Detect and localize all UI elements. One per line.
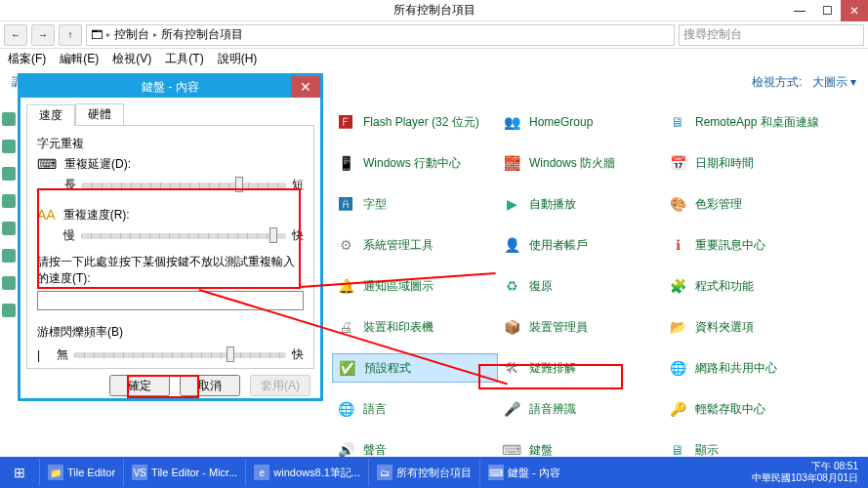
cp-icon: ♻	[502, 276, 521, 296]
cp-item[interactable]: ⚙系統管理工具	[332, 230, 498, 260]
cp-icon: 📅	[668, 153, 687, 173]
cp-label: 顯示	[695, 442, 719, 459]
cp-item[interactable]: 👥HomeGroup	[498, 107, 664, 137]
control-panel-grid: 🅵Flash Player (32 位元)👥HomeGroup🖥RemoteAp…	[332, 107, 830, 465]
cp-icon: 📱	[336, 153, 355, 173]
menu-view[interactable]: 檢視(V)	[112, 51, 151, 67]
keyboard-properties-dialog: 鍵盤 - 內容 ✕ 速度 硬體 字元重複 ⌨ 重複延遲(D): 長 短	[18, 73, 323, 401]
cp-label: Windows 行動中心	[363, 155, 461, 172]
cp-label: Windows 防火牆	[529, 155, 615, 172]
cp-icon: 🧩	[668, 276, 687, 296]
cp-item[interactable]: 📦裝置管理員	[498, 312, 664, 342]
cp-label: 裝置和印表機	[363, 319, 434, 336]
system-tray[interactable]: 下午 08:51 中華民國103年08月01日	[742, 461, 868, 484]
task-label: Tile Editor - Micr...	[151, 467, 237, 478]
task-label: windows8.1筆記...	[273, 466, 360, 480]
cp-icon: 🧱	[502, 153, 521, 173]
breadcrumb-item-2[interactable]: 所有控制台項目	[161, 26, 243, 43]
cp-item[interactable]: ℹ重要訊息中心	[664, 230, 830, 260]
group-blink: 游標閃爍頻率(B)	[37, 325, 123, 339]
taskbar-item[interactable]: ⌨鍵盤 - 內容	[479, 459, 568, 486]
task-label: 鍵盤 - 內容	[508, 466, 560, 480]
cp-label: 語音辨識	[529, 401, 576, 418]
cancel-button[interactable]: 取消	[180, 375, 240, 396]
cp-item[interactable]: 🧱Windows 防火牆	[498, 148, 664, 178]
cp-icon: 🌐	[668, 358, 687, 378]
forward-button[interactable]: →	[31, 24, 55, 46]
apply-button[interactable]: 套用(A)	[250, 375, 310, 396]
task-icon: 🗂	[377, 465, 393, 480]
breadcrumb-sep: ▸	[106, 30, 110, 39]
cp-icon: 👥	[502, 112, 521, 132]
blink-slider[interactable]	[74, 352, 286, 358]
cp-item[interactable]: 👤使用者帳戶	[498, 230, 664, 260]
delay-slider[interactable]	[82, 183, 286, 188]
cp-icon: 📦	[502, 317, 521, 337]
window-title: 所有控制台項目	[393, 2, 475, 19]
minimize-button[interactable]: —	[786, 0, 813, 21]
cp-item[interactable]: 🌐網路和共用中心	[664, 353, 830, 383]
rate-right-label: 快	[292, 227, 304, 244]
cp-label: 語言	[363, 401, 387, 418]
dialog-close-button[interactable]: ✕	[291, 76, 320, 98]
close-button[interactable]: ✕	[841, 0, 868, 21]
cp-icon: 🛠	[502, 358, 521, 378]
cp-icon: ✅	[337, 358, 356, 378]
task-icon: ⌨	[488, 465, 504, 480]
cp-icon: ▶	[502, 194, 521, 214]
search-input[interactable]: 搜尋控制台	[679, 24, 864, 46]
dialog-titlebar: 鍵盤 - 內容 ✕	[21, 76, 320, 98]
menu-edit[interactable]: 編輯(E)	[60, 51, 99, 67]
cp-item[interactable]: 🔑輕鬆存取中心	[664, 394, 830, 424]
cp-item[interactable]: 🅵Flash Player (32 位元)	[332, 107, 498, 137]
tab-hardware[interactable]: 硬體	[75, 103, 124, 125]
cp-item[interactable]: 🧩程式和功能	[664, 271, 830, 301]
tray-date: 中華民國103年08月01日	[752, 472, 858, 484]
menu-tools[interactable]: 工具(T)	[165, 51, 203, 67]
start-button[interactable]: ⊞	[0, 457, 39, 488]
breadcrumb-sep: ▸	[153, 30, 157, 39]
cp-item[interactable]: 🖥RemoteApp 和桌面連線	[664, 107, 830, 137]
cp-item[interactable]: 🎤語音辨識	[498, 394, 664, 424]
cursor-preview: |	[37, 348, 51, 362]
cp-icon: 👤	[502, 235, 521, 255]
view-mode-dropdown[interactable]: 大圖示 ▾	[812, 74, 856, 91]
cp-item[interactable]: 📅日期和時間	[664, 148, 830, 178]
rate-left-label: 慢	[63, 227, 75, 244]
cp-item[interactable]: 🎨色彩管理	[664, 189, 830, 219]
breadcrumb-item-1[interactable]: 控制台	[114, 26, 149, 43]
tab-speed[interactable]: 速度	[26, 104, 75, 126]
repeat-test-input[interactable]	[37, 291, 304, 310]
cp-icon: 🅰	[336, 194, 355, 214]
taskbar-item[interactable]: 🗂所有控制台項目	[368, 459, 479, 486]
rate-slider[interactable]	[81, 233, 286, 239]
cp-item[interactable]: 🅰字型	[332, 189, 498, 219]
cp-item[interactable]: ✅預設程式	[332, 353, 498, 383]
taskbar-item[interactable]: 📁Tile Editor	[39, 459, 123, 486]
cp-item[interactable]: 🛠疑難排解	[498, 353, 664, 383]
test-label: 請按一下此處並按下某個按鍵不放以測試重複輸入的速度(T):	[37, 254, 304, 287]
cp-label: 預設程式	[364, 360, 411, 377]
cp-item[interactable]: ▶自動播放	[498, 189, 664, 219]
cp-item[interactable]: 📱Windows 行動中心	[332, 148, 498, 178]
ok-button[interactable]: 確定	[109, 375, 170, 396]
cp-item[interactable]: ♻復原	[498, 271, 664, 301]
menu-file[interactable]: 檔案(F)	[8, 51, 46, 67]
cp-label: 日期和時間	[695, 155, 754, 172]
up-button[interactable]: ↑	[59, 24, 82, 46]
group-repeat: 字元重複	[37, 137, 84, 150]
blink-left-label: 無	[57, 346, 68, 363]
menu-help[interactable]: 說明(H)	[218, 51, 258, 67]
taskbar-item[interactable]: VSTile Editor - Micr...	[123, 459, 245, 486]
repeat-delay-label: 重複延遲(D):	[64, 156, 304, 173]
breadcrumb[interactable]: 🗔 ▸ 控制台 ▸ 所有控制台項目	[86, 24, 675, 46]
maximize-button[interactable]: ☐	[813, 0, 841, 21]
cp-item[interactable]: 📂資料夾選項	[664, 312, 830, 342]
taskbar-item[interactable]: ewindows8.1筆記...	[245, 459, 368, 486]
delay-right-label: 短	[292, 177, 304, 193]
cp-item[interactable]: 🌐語言	[332, 394, 498, 424]
cp-label: 輕鬆存取中心	[695, 401, 765, 418]
cp-icon: 📂	[668, 317, 687, 337]
cp-label: 色彩管理	[695, 196, 742, 213]
back-button[interactable]: ←	[4, 24, 27, 46]
